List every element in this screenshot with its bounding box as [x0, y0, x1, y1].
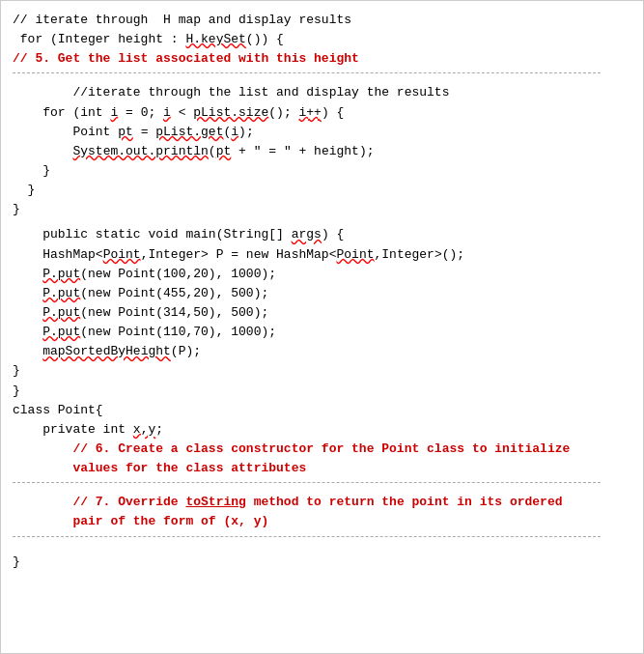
code-line-17: P.put(new Point(110,70), 1000); — [13, 323, 631, 342]
code-line-3: // 5. Get the list associated with this … — [13, 49, 631, 69]
code-line-12: public static void main(String[] args) { — [13, 225, 631, 244]
code-line-14: P.put(new Point(100,20), 1000); — [13, 265, 631, 284]
code-line-7: Point pt = pList.get(i); — [13, 123, 631, 142]
code-line-16: P.put(new Point(314,50), 500); — [13, 303, 631, 323]
dashed-separator-1 — [13, 72, 601, 73]
code-line-6: for (int i = 0; i < pList.size(); i++) { — [13, 103, 631, 123]
code-line-19: } — [13, 361, 631, 381]
code-line-10: } — [13, 181, 631, 200]
code-line-24: values for the class attributes — [13, 459, 631, 478]
code-editor: // iterate through H map and display res… — [0, 0, 644, 654]
code-line-21: class Point{ — [13, 401, 631, 420]
code-line-5: //iterate through the list and display t… — [13, 83, 631, 102]
code-line-15: P.put(new Point(455,20), 500); — [13, 284, 631, 303]
dashed-separator-2 — [13, 482, 601, 483]
code-line-9: } — [13, 161, 631, 181]
code-line-25: // 7. Override toString method to return… — [13, 493, 631, 512]
dashed-separator-3 — [13, 536, 601, 537]
code-line-13: HashMap<Point,Integer> P = new HashMap<P… — [13, 245, 631, 265]
code-line-18: mapSortedByHeight(P); — [13, 342, 631, 361]
code-line-11: } — [13, 200, 631, 219]
code-line-27: } — [13, 553, 631, 572]
code-line-1: // iterate through H map and display res… — [13, 11, 631, 30]
code-line-26: pair of the form of (x, y) — [13, 512, 631, 531]
code-line-22: private int x,y; — [13, 420, 631, 440]
code-line-8: System.out.println(pt + " = " + height); — [13, 142, 631, 161]
code-line-23: // 6. Create a class constructor for the… — [13, 440, 631, 459]
code-line-20: } — [13, 382, 631, 401]
code-line-2: for (Integer height : H.keySet()) { — [13, 30, 631, 49]
